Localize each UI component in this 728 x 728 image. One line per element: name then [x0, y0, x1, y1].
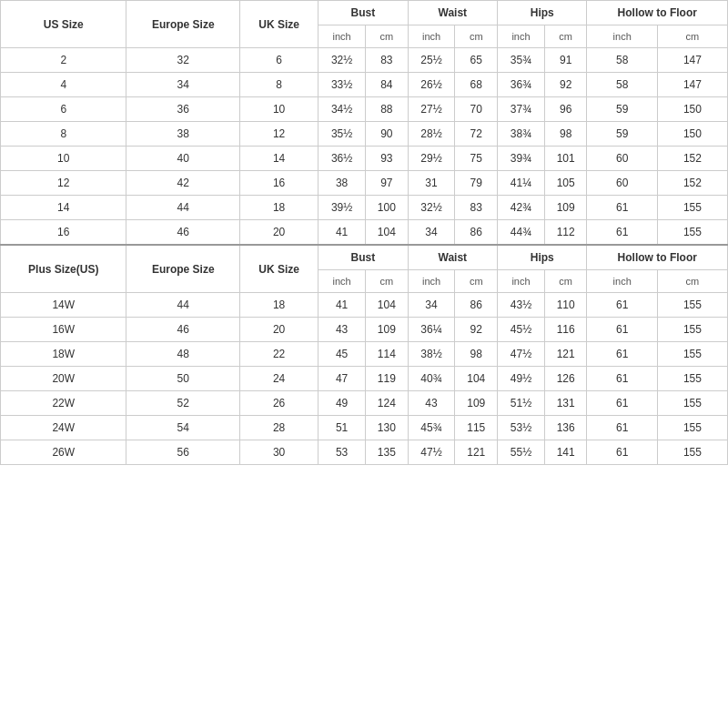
plus-waist-inch: inch	[408, 270, 455, 293]
table-cell: 124	[366, 391, 409, 416]
table-row: 6361034½8827½7037¾9659150	[1, 97, 728, 122]
waist-cm: cm	[455, 25, 498, 48]
table-cell: 70	[455, 97, 498, 122]
table-cell: 14	[240, 147, 318, 171]
col-uk-size: UK Size	[240, 1, 318, 48]
table-cell: 36¼	[408, 318, 455, 342]
table-cell: 40	[126, 147, 240, 171]
table-cell: 16	[1, 220, 126, 246]
table-cell: 61	[587, 440, 657, 465]
table-cell: 44	[126, 196, 240, 220]
table-cell: 6	[240, 48, 318, 73]
table-cell: 39½	[318, 196, 366, 220]
plus-hips-inch: inch	[498, 270, 545, 293]
table-cell: 72	[455, 122, 498, 147]
table-cell: 86	[455, 293, 498, 318]
table-cell: 136	[544, 416, 587, 440]
table-cell: 88	[366, 97, 409, 122]
col-plus-europe-size: Europe Size	[126, 245, 240, 293]
table-row: 16462041104348644¾11261155	[1, 220, 728, 246]
table-cell: 110	[544, 293, 587, 318]
table-cell: 46	[126, 220, 240, 246]
table-cell: 36	[126, 97, 240, 122]
table-cell: 84	[366, 73, 409, 97]
table-cell: 98	[455, 342, 498, 367]
table-cell: 41¼	[498, 171, 545, 196]
table-row: 16W46204310936¼9245½11661155	[1, 318, 728, 342]
table2-header-row: Plus Size(US) Europe Size UK Size Bust W…	[1, 245, 728, 270]
table-row: 232632½8325½6535¾9158147	[1, 48, 728, 73]
table-cell: 68	[455, 73, 498, 97]
table-row: 20W50244711940¾10449½12661155	[1, 367, 728, 391]
table-cell: 126	[544, 367, 587, 391]
table-cell: 59	[587, 97, 657, 122]
table-cell: 28	[240, 416, 318, 440]
table-cell: 98	[544, 122, 587, 147]
table-cell: 155	[657, 440, 727, 465]
table-cell: 31	[408, 171, 455, 196]
table-row: 10401436½9329½7539¾10160152	[1, 147, 728, 171]
table-cell: 52	[126, 391, 240, 416]
plus-htf-cm: cm	[657, 270, 727, 293]
table-cell: 109	[455, 391, 498, 416]
table-cell: 115	[455, 416, 498, 440]
table-cell: 41	[318, 220, 366, 246]
table-row: 14W441841104348643½11061155	[1, 293, 728, 318]
table-cell: 45	[318, 342, 366, 367]
table-cell: 28½	[408, 122, 455, 147]
table-cell: 26½	[408, 73, 455, 97]
table-cell: 32½	[408, 196, 455, 220]
table-cell: 147	[657, 48, 727, 73]
plus-hips-cm: cm	[544, 270, 587, 293]
plus-bust-inch: inch	[318, 270, 366, 293]
col-plus-hollow-to-floor: Hollow to Floor	[587, 245, 728, 270]
table-cell: 50	[126, 367, 240, 391]
table-cell: 51½	[498, 391, 545, 416]
table-cell: 93	[366, 147, 409, 171]
table-cell: 12	[1, 171, 126, 196]
table-cell: 26W	[1, 440, 126, 465]
table-cell: 32½	[318, 48, 366, 73]
table-cell: 14	[1, 196, 126, 220]
table-cell: 44	[126, 293, 240, 318]
table-cell: 91	[544, 48, 587, 73]
table-cell: 18	[240, 196, 318, 220]
table-cell: 155	[657, 318, 727, 342]
table-cell: 40¾	[408, 367, 455, 391]
col-plus-hips: Hips	[498, 245, 587, 270]
table-row: 8381235½9028½7238¾9859150	[1, 122, 728, 147]
table-row: 24W54285113045¾11553½13661155	[1, 416, 728, 440]
table-cell: 97	[366, 171, 409, 196]
table-row: 434833½8426½6836¾9258147	[1, 73, 728, 97]
table-cell: 49½	[498, 367, 545, 391]
col-europe-size: Europe Size	[126, 1, 240, 48]
table-cell: 12	[240, 122, 318, 147]
table-cell: 43½	[498, 293, 545, 318]
table-cell: 44¾	[498, 220, 545, 246]
table-cell: 51	[318, 416, 366, 440]
table-cell: 112	[544, 220, 587, 246]
col-plus-uk-size: UK Size	[240, 245, 318, 293]
col-waist: Waist	[408, 1, 497, 25]
table-cell: 61	[587, 293, 657, 318]
table-row: 1242163897317941¼10560152	[1, 171, 728, 196]
table-cell: 45¾	[408, 416, 455, 440]
table-cell: 35¾	[498, 48, 545, 73]
table-cell: 41	[318, 293, 366, 318]
table-cell: 58	[587, 48, 657, 73]
table-cell: 105	[544, 171, 587, 196]
col-plus-bust: Bust	[318, 245, 408, 270]
table-cell: 34	[126, 73, 240, 97]
table-cell: 24W	[1, 416, 126, 440]
table-cell: 47½	[408, 440, 455, 465]
table-cell: 61	[587, 342, 657, 367]
table-cell: 46	[126, 318, 240, 342]
table-cell: 155	[657, 367, 727, 391]
table-cell: 25½	[408, 48, 455, 73]
table-cell: 104	[366, 220, 409, 246]
table-cell: 20W	[1, 367, 126, 391]
table-cell: 61	[587, 416, 657, 440]
table-cell: 150	[657, 122, 727, 147]
table-cell: 58	[587, 73, 657, 97]
table-cell: 32	[126, 48, 240, 73]
